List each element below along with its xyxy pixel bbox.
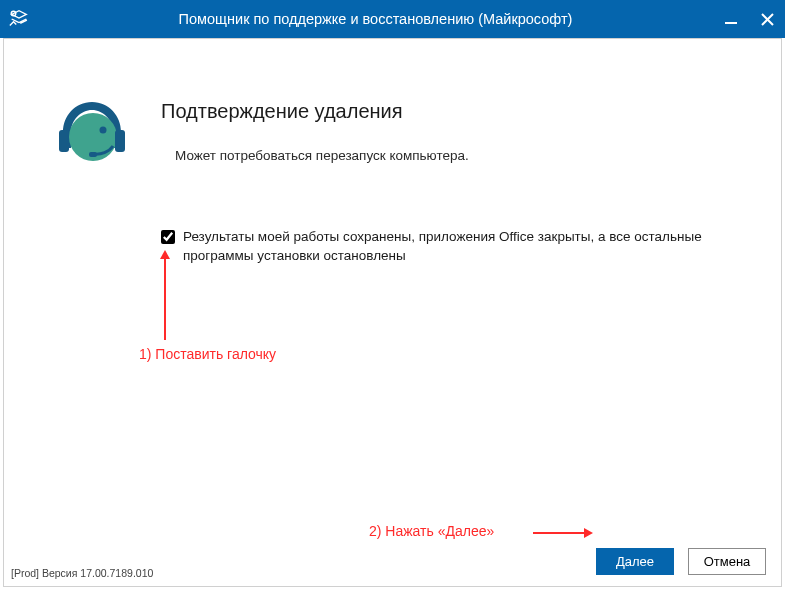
- footer-buttons: Далее Отмена: [596, 548, 766, 575]
- svg-rect-7: [115, 130, 125, 152]
- minimize-button[interactable]: [713, 0, 749, 38]
- app-icon: [0, 0, 38, 38]
- close-button[interactable]: [749, 0, 785, 38]
- svg-rect-5: [89, 152, 97, 157]
- svg-rect-2: [725, 22, 737, 24]
- footer: [Prod] Версия 17.00.7189.010 Далее Отмен…: [3, 535, 782, 587]
- content-area: Подтверждение удаления Может потребовать…: [3, 38, 782, 587]
- titlebar-title: Помощник по поддержке и восстановлению (…: [38, 11, 713, 27]
- annotation-arrow-2: [533, 532, 593, 534]
- next-button[interactable]: Далее: [596, 548, 674, 575]
- confirm-checkbox-label[interactable]: Результаты моей работы сохранены, прилож…: [183, 228, 721, 266]
- confirm-checkbox-row: Результаты моей работы сохранены, прилож…: [161, 228, 721, 266]
- page-heading: Подтверждение удаления: [161, 100, 403, 123]
- svg-point-4: [100, 127, 107, 134]
- titlebar-controls: [713, 0, 785, 38]
- confirm-checkbox[interactable]: [161, 230, 175, 244]
- cancel-button[interactable]: Отмена: [688, 548, 766, 575]
- titlebar: Помощник по поддержке и восстановлению (…: [0, 0, 785, 38]
- version-label: [Prod] Версия 17.00.7189.010: [11, 567, 153, 579]
- page-subtext: Может потребоваться перезапуск компьютер…: [175, 148, 469, 163]
- support-headset-icon: [53, 92, 131, 170]
- annotation-step1: 1) Поставить галочку: [139, 346, 276, 362]
- svg-rect-6: [59, 130, 69, 152]
